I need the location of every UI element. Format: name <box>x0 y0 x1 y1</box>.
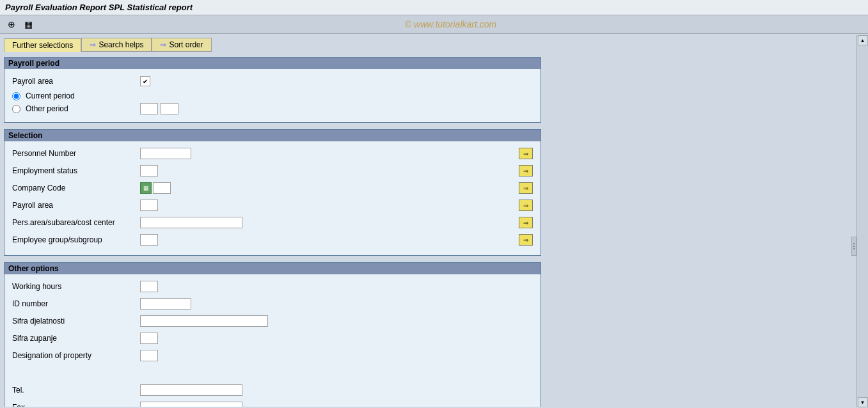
payroll-period-section: Payroll period Payroll area ✔ Current pe… <box>4 57 541 123</box>
watermark: © www.tutorialkart.com <box>38 19 863 29</box>
company-code-arrow-btn[interactable]: ⇒ <box>519 182 533 194</box>
tab-sort-order-arrow: ⇒ <box>160 40 166 49</box>
toolbar-icon-1[interactable]: ⊕ <box>5 18 18 31</box>
company-code-input[interactable] <box>153 182 171 194</box>
other-options-header: Other options <box>4 263 541 274</box>
toolbar: ⊕ ▦ © www.tutorialkart.com <box>0 15 868 34</box>
personnel-number-input[interactable] <box>140 148 191 159</box>
personnel-number-row: Personnel Number ⇒ <box>12 146 533 161</box>
vertical-scrollbar[interactable]: ▲ ▼ <box>856 35 868 407</box>
designation-property-input[interactable] <box>140 350 158 361</box>
tab-sort-order[interactable]: ⇒ Sort order <box>152 38 211 52</box>
pers-area-input[interactable] <box>140 217 242 228</box>
selection-section: Selection Personnel Number ⇒ Employment … <box>4 129 541 256</box>
sifra-djelatnosti-row: Sifra djelatnosti <box>12 314 533 328</box>
tel-label: Tel. <box>12 386 140 395</box>
payroll-period-header: Payroll period <box>4 58 541 69</box>
other-period-inputs <box>140 103 178 114</box>
tab-search-helps[interactable]: ⇒ Search helps <box>81 38 152 52</box>
other-period-row: Other period <box>12 103 533 114</box>
other-period-label: Other period <box>26 104 68 113</box>
tab-sort-order-label: Sort order <box>169 40 203 49</box>
current-period-radio[interactable] <box>12 92 20 100</box>
working-hours-input[interactable] <box>140 281 158 292</box>
employment-status-row: Employment status ⇒ <box>12 164 533 178</box>
spacer-row <box>12 366 533 380</box>
tab-further-selections-label: Further selections <box>12 41 73 50</box>
other-options-section: Other options Working hours ID number Si… <box>4 262 541 407</box>
other-period-radio[interactable] <box>12 105 20 113</box>
fax-input[interactable] <box>140 402 242 407</box>
pers-area-label: Pers.area/subarea/cost center <box>12 218 140 227</box>
sifra-zupanje-label: Sifra zupanje <box>12 334 140 343</box>
personnel-number-label: Personnel Number <box>12 149 140 158</box>
sifra-djelatnosti-input[interactable] <box>140 315 268 327</box>
scroll-thumb[interactable] <box>858 47 867 396</box>
id-number-row: ID number <box>12 297 533 311</box>
payroll-area-checkbox[interactable]: ✔ <box>140 76 150 86</box>
toolbar-icon-2[interactable]: ▦ <box>22 18 35 31</box>
other-period-input-2[interactable] <box>161 103 178 114</box>
company-code-row: Company Code ▦ ⇒ <box>12 181 533 195</box>
pers-area-arrow-btn[interactable]: ⇒ <box>519 217 533 228</box>
page-title: Payroll Evaluation Report SPL Statistica… <box>5 3 193 12</box>
main-content: Further selections ⇒ Search helps ⇒ Sort… <box>0 34 868 407</box>
tab-bar: Further selections ⇒ Search helps ⇒ Sort… <box>4 38 853 52</box>
tel-input[interactable] <box>140 384 242 396</box>
employment-status-arrow-btn[interactable]: ⇒ <box>519 165 533 177</box>
employee-group-row: Employee group/subgroup ⇒ <box>12 233 533 247</box>
current-period-row: Current period <box>12 91 533 100</box>
id-number-input[interactable] <box>140 298 191 310</box>
splitter-dot <box>853 243 855 244</box>
sifra-djelatnosti-label: Sifra djelatnosti <box>12 317 140 326</box>
employee-group-input[interactable] <box>140 234 158 246</box>
sifra-zupanje-input[interactable] <box>140 333 158 344</box>
current-period-label: Current period <box>26 91 75 100</box>
payroll-period-body: Payroll area ✔ Current period Other peri… <box>4 69 541 122</box>
working-hours-label: Working hours <box>12 282 140 291</box>
splitter[interactable] <box>851 237 856 256</box>
sifra-zupanje-row: Sifra zupanje <box>12 331 533 345</box>
designation-property-row: Designation of property <box>12 349 533 363</box>
employee-group-label: Employee group/subgroup <box>12 235 140 244</box>
employee-group-arrow-btn[interactable]: ⇒ <box>519 234 533 246</box>
scroll-up-btn[interactable]: ▲ <box>858 35 868 45</box>
fax-row: Fax <box>12 400 533 407</box>
company-code-label: Company Code <box>12 184 140 192</box>
splitter-dot <box>853 248 855 249</box>
selection-body: Personnel Number ⇒ Employment status ⇒ C… <box>4 141 541 255</box>
payroll-area-selection-arrow-btn[interactable]: ⇒ <box>519 200 533 211</box>
selection-header: Selection <box>4 130 541 141</box>
tel-row: Tel. <box>12 383 533 397</box>
other-options-body: Working hours ID number Sifra djelatnost… <box>4 274 541 407</box>
title-bar: Payroll Evaluation Report SPL Statistica… <box>0 0 868 15</box>
tab-further-selections[interactable]: Further selections <box>4 38 81 52</box>
tab-search-helps-label: Search helps <box>99 40 143 49</box>
fax-label: Fax <box>12 403 140 407</box>
payroll-area-row: Payroll area ✔ <box>12 74 533 88</box>
splitter-dot <box>853 246 855 247</box>
other-period-input-1[interactable] <box>140 103 158 114</box>
payroll-area-selection-label: Payroll area <box>12 201 140 210</box>
personnel-number-arrow-btn[interactable]: ⇒ <box>519 148 533 159</box>
tab-search-helps-arrow: ⇒ <box>90 40 96 49</box>
employment-status-label: Employment status <box>12 166 140 175</box>
company-code-picker-btn[interactable]: ▦ <box>140 182 152 194</box>
pers-area-row: Pers.area/subarea/cost center ⇒ <box>12 216 533 230</box>
payroll-area-selection-input[interactable] <box>140 200 158 211</box>
payroll-area-selection-row: Payroll area ⇒ <box>12 198 533 212</box>
scroll-down-btn[interactable]: ▼ <box>858 397 868 407</box>
employment-status-input[interactable] <box>140 165 158 177</box>
working-hours-row: Working hours <box>12 279 533 294</box>
designation-property-label: Designation of property <box>12 351 140 360</box>
payroll-area-label: Payroll area <box>12 77 140 86</box>
id-number-label: ID number <box>12 299 140 308</box>
